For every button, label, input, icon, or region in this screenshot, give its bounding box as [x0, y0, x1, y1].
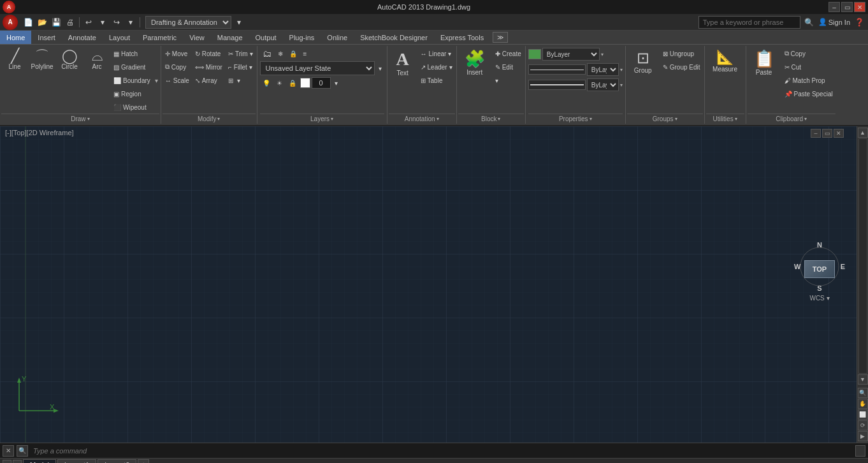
region-button[interactable]: ▣ Region: [111, 87, 153, 100]
show-motion-btn[interactable]: ▶: [858, 431, 868, 441]
redo-button[interactable]: ↪: [110, 16, 123, 29]
line-button[interactable]: ╱ Line: [1, 47, 28, 114]
command-close-btn[interactable]: ✕: [3, 445, 14, 457]
tab-prev-btn[interactable]: ◀: [3, 460, 11, 464]
boundary-button[interactable]: ⬜ Boundary: [111, 74, 153, 87]
menu-plugins[interactable]: Plug-ins: [283, 31, 321, 44]
menu-parametric[interactable]: Parametric: [136, 31, 183, 44]
groups-label-arrow[interactable]: ▾: [675, 116, 677, 122]
draw-label-arrow[interactable]: ▾: [87, 116, 90, 122]
menu-layout[interactable]: Layout: [103, 31, 136, 44]
text-button[interactable]: A Text: [389, 47, 417, 87]
linetype-arrow[interactable]: ▾: [620, 67, 623, 73]
rotate-button[interactable]: ↻ Rotate: [192, 47, 225, 60]
color-dropdown-arrow[interactable]: ▾: [601, 52, 604, 57]
menu-sketchbook[interactable]: SketchBook Designer: [354, 31, 434, 44]
array-button[interactable]: ⊞ ▾: [226, 74, 256, 87]
scale-button[interactable]: ⤡ Array: [192, 74, 225, 87]
scroll-track-vertical[interactable]: [858, 138, 867, 374]
properties-label-arrow[interactable]: ▾: [590, 116, 592, 122]
zoom-in-btn[interactable]: 🔍: [858, 388, 868, 398]
layer-number-input[interactable]: [312, 77, 331, 89]
menu-home[interactable]: Home: [0, 31, 31, 44]
block-more-button[interactable]: ▾: [493, 74, 524, 87]
viewport-minimize-btn[interactable]: –: [811, 129, 821, 138]
orbit-btn[interactable]: ⟳: [858, 420, 868, 430]
edit-button[interactable]: ✎ Edit: [493, 61, 524, 73]
sign-in-button[interactable]: 👤 Sign In: [818, 18, 850, 26]
match-prop-button[interactable]: 🖌 Match Prop: [782, 74, 835, 87]
redo-dropdown[interactable]: ▾: [124, 16, 137, 29]
menu-online[interactable]: Online: [321, 31, 354, 44]
close-button[interactable]: ✕: [854, 2, 865, 12]
tab-model[interactable]: Model: [23, 459, 56, 464]
layer-match-button[interactable]: ≡: [301, 47, 310, 60]
app-logo[interactable]: A: [3, 15, 18, 30]
create-button[interactable]: ✚ Create: [493, 47, 524, 60]
open-button[interactable]: 📂: [36, 16, 48, 29]
color-dropdown[interactable]: ByLayer: [542, 48, 600, 61]
minimize-button[interactable]: –: [828, 2, 840, 12]
tab-layout1[interactable]: Layout1: [57, 459, 96, 464]
canvas-area[interactable]: [-][Top][2D Wireframe]: [0, 126, 857, 443]
viewport-close-btn[interactable]: ✕: [834, 129, 844, 138]
hatch-button[interactable]: ▦ Hatch: [111, 47, 153, 60]
wipeout-button[interactable]: ⬛ Wipeout: [111, 101, 153, 114]
menu-manage[interactable]: Manage: [211, 31, 249, 44]
menu-overflow[interactable]: ≫: [493, 32, 508, 43]
tab-layout2[interactable]: Layout2: [98, 459, 136, 464]
table-button[interactable]: ⊞ Table: [418, 74, 455, 87]
utilities-label-arrow[interactable]: ▾: [735, 116, 737, 122]
gradient-button[interactable]: ▨ Gradient: [111, 61, 153, 73]
viewcube-top-face[interactable]: TOP: [804, 260, 835, 278]
layer-lock-button[interactable]: 🔒: [287, 47, 300, 60]
workspace-dropdown[interactable]: ▾: [233, 16, 245, 29]
menu-express-tools[interactable]: Express Tools: [434, 31, 490, 44]
group-button[interactable]: ⊡ Group: [627, 47, 659, 76]
add-tab-btn[interactable]: +: [138, 459, 149, 464]
help-button[interactable]: ❓: [853, 16, 865, 29]
undo-dropdown[interactable]: ▾: [96, 16, 109, 29]
pan-btn[interactable]: ✋: [858, 399, 868, 409]
command-input[interactable]: [31, 447, 853, 455]
leader-button[interactable]: ↗ Leader ▾: [418, 61, 455, 73]
copy-button[interactable]: ⧉ Copy: [163, 61, 192, 73]
layer-color-button[interactable]: [300, 78, 310, 88]
cut-button[interactable]: ✂ Cut: [782, 61, 835, 73]
lineweight-dropdown[interactable]: ByLayer: [587, 78, 619, 91]
viewcube[interactable]: N S W E TOP WCS ▾: [794, 241, 845, 324]
menu-annotate[interactable]: Annotate: [62, 31, 103, 44]
clipboard-copy-button[interactable]: ⧉ Copy: [782, 47, 835, 60]
menu-view[interactable]: View: [183, 31, 211, 44]
plot-button[interactable]: 🖨: [64, 16, 76, 29]
viewport-restore-btn[interactable]: ▭: [822, 129, 832, 138]
measure-button[interactable]: 📐 Measure: [706, 47, 744, 83]
scroll-up-btn[interactable]: ▲: [858, 128, 868, 138]
paste-special-button[interactable]: 📌 Paste Special: [782, 87, 835, 100]
command-scroll[interactable]: [855, 445, 865, 457]
layer-state-dropdown-btn[interactable]: ▾: [376, 62, 384, 75]
annotation-label-arrow[interactable]: ▾: [437, 116, 439, 122]
color-swatch[interactable]: [528, 49, 541, 59]
stretch-button[interactable]: ↔ Scale: [163, 74, 192, 87]
layer-bulb-button[interactable]: 💡: [260, 77, 273, 89]
tab-next-btn[interactable]: ▶: [13, 460, 22, 464]
layer-lock2-button[interactable]: 🔒: [286, 77, 299, 89]
menu-insert[interactable]: Insert: [31, 31, 62, 44]
clipboard-label-arrow[interactable]: ▾: [804, 116, 807, 122]
linear-button[interactable]: ↔ Linear ▾: [418, 47, 455, 60]
layer-state-dropdown[interactable]: Unsaved Layer State: [260, 61, 375, 75]
move-button[interactable]: ✛ Move: [163, 47, 192, 60]
layer-dropdown-btn2[interactable]: ▾: [332, 77, 340, 89]
layer-freeze-button[interactable]: ❄: [275, 47, 286, 60]
insert-button[interactable]: 🧩 Insert: [458, 47, 491, 87]
zoom-window-btn[interactable]: ⬜: [858, 409, 868, 420]
layer-properties-button[interactable]: 🗂: [260, 47, 274, 60]
scroll-down-btn[interactable]: ▼: [858, 374, 868, 385]
layers-label-arrow[interactable]: ▾: [331, 116, 333, 122]
workspace-selector[interactable]: Drafting & Annotation: [145, 16, 231, 29]
save-button[interactable]: 💾: [50, 16, 62, 29]
paste-button[interactable]: 📋 Paste: [748, 47, 781, 100]
restore-button[interactable]: ▭: [841, 2, 853, 12]
mirror-button[interactable]: ⟺ Mirror: [192, 61, 225, 73]
